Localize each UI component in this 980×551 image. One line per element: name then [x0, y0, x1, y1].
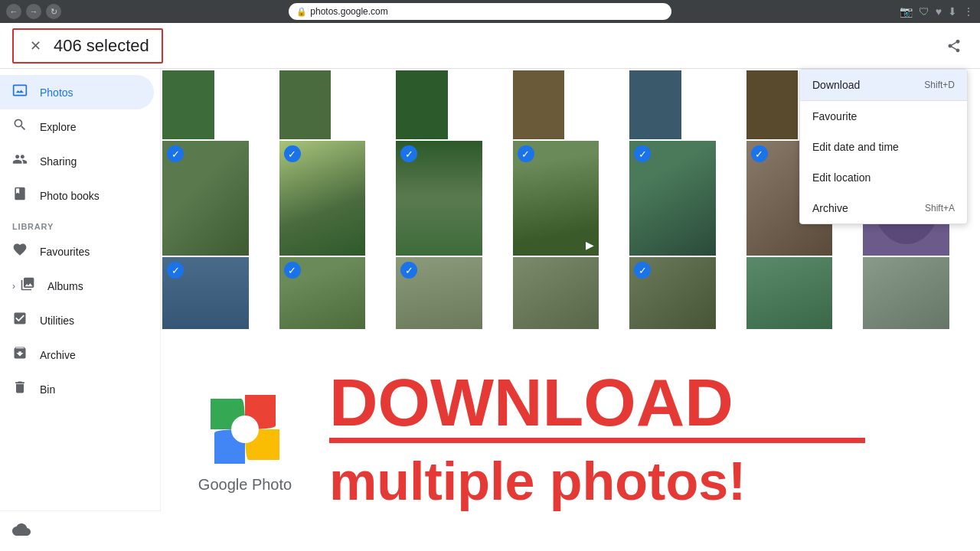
sidebar: Photos Explore Sharing Photo books: [0, 69, 161, 551]
table-row[interactable]: [162, 70, 214, 139]
forward-button[interactable]: →: [26, 4, 41, 19]
download-big-text: DOWNLOAD: [329, 364, 733, 440]
header-actions: Download Shift+D Favourite Edit date and…: [940, 32, 968, 60]
explore-icon: [12, 117, 28, 136]
table-row[interactable]: [629, 70, 681, 139]
subtitle-text: multiple photos!: [329, 452, 746, 511]
dropdown-edit-date[interactable]: Edit date and time: [800, 132, 967, 162]
url-text: photos.google.com: [310, 6, 387, 17]
sidebar-item-sharing[interactable]: Sharing: [0, 144, 154, 178]
dropdown-edit-location[interactable]: Edit location: [800, 162, 967, 193]
shield-icon: 🛡: [919, 5, 929, 18]
list-item[interactable]: ✓: [279, 141, 366, 256]
photos-label: Photos: [40, 86, 74, 99]
table-row[interactable]: [396, 70, 448, 139]
close-selection-button[interactable]: ✕: [26, 37, 44, 55]
archive-icon: [12, 345, 28, 364]
share-button[interactable]: [940, 32, 968, 60]
photo-check: ✓: [400, 145, 417, 162]
dropdown-download[interactable]: Download Shift+D: [800, 70, 967, 101]
utilities-label: Utilities: [40, 315, 74, 327]
photo-check: ✓: [284, 262, 301, 279]
library-section-label: LIBRARY: [0, 213, 160, 234]
sidebar-item-favourites[interactable]: Favourites: [0, 234, 154, 269]
cloud-icon: [12, 520, 31, 539]
edit-date-label: Edit date and time: [812, 141, 899, 153]
logo-area: Google Photo: [161, 380, 329, 501]
logo-text: Google Photo: [198, 476, 292, 494]
edit-location-label: Edit location: [812, 171, 871, 184]
browser-chrome: ← → ↻ 🔒 photos.google.com 📷 🛡 ♥ ⬇ ⋮: [0, 0, 980, 23]
photobooks-icon: [12, 186, 28, 205]
sharing-label: Sharing: [40, 155, 77, 168]
menu-icon: ⋮: [963, 5, 974, 18]
download-icon: ⬇: [948, 5, 957, 18]
list-item[interactable]: ✓: [162, 141, 249, 256]
explore-label: Explore: [40, 121, 76, 133]
sharing-icon: [12, 152, 28, 171]
favourite-label: Favourite: [812, 110, 857, 122]
browser-icons: 📷 🛡 ♥ ⬇ ⋮: [900, 5, 974, 18]
selected-count: 406 selected: [54, 36, 149, 56]
table-row[interactable]: [279, 70, 332, 139]
sidebar-item-archive[interactable]: Archive: [0, 337, 154, 372]
expand-icon: ›: [12, 281, 15, 292]
reload-button[interactable]: ↻: [46, 4, 61, 19]
overlay-banner: Google Photo DOWNLOAD multiple photos!: [161, 329, 980, 551]
sidebar-item-bin[interactable]: Bin: [0, 372, 154, 406]
download-label: Download: [812, 79, 860, 91]
svg-point-0: [231, 416, 259, 443]
video-icon: ▶: [586, 239, 594, 251]
sidebar-item-albums[interactable]: › Albums: [0, 269, 154, 303]
download-heading: DOWNLOAD: [329, 369, 972, 443]
albums-icon: [20, 276, 35, 295]
archive-label: Archive: [812, 202, 848, 214]
table-row[interactable]: [746, 70, 799, 139]
dropdown-archive[interactable]: Archive Shift+A: [800, 193, 967, 223]
bin-icon: [12, 380, 28, 399]
selection-indicator: ✕ 406 selected: [12, 28, 163, 64]
sidebar-bottom: [0, 510, 161, 551]
app-header: ✕ 406 selected Download Shift+D Favourit…: [0, 23, 980, 69]
photo-check: ✓: [518, 145, 534, 162]
sidebar-item-photobooks[interactable]: Photo books: [0, 178, 154, 213]
google-photos-logo: [203, 387, 287, 471]
sidebar-item-photos[interactable]: Photos: [0, 75, 154, 109]
photo-check: ✓: [167, 145, 184, 162]
utilities-icon: [12, 311, 28, 330]
archive-nav-label: Archive: [40, 349, 76, 361]
heart-icon: ♥: [936, 5, 942, 18]
dropdown-favourite[interactable]: Favourite: [800, 101, 967, 132]
dropdown-menu: Download Shift+D Favourite Edit date and…: [799, 69, 968, 224]
photo-check: ✓: [751, 145, 768, 162]
albums-label: Albums: [47, 280, 83, 292]
list-item[interactable]: ✓: [396, 141, 482, 256]
photo-check: ✓: [284, 145, 301, 162]
table-row[interactable]: [513, 70, 565, 139]
camera-icon: 📷: [900, 5, 913, 18]
list-item[interactable]: ✓ ▶: [513, 141, 599, 256]
download-shortcut: Shift+D: [924, 80, 955, 90]
photo-check: ✓: [167, 262, 184, 279]
favourites-label: Favourites: [40, 246, 90, 258]
favourites-icon: [12, 242, 28, 261]
photo-check: ✓: [400, 262, 417, 279]
list-item[interactable]: ✓: [629, 141, 716, 256]
photobooks-label: Photo books: [40, 190, 100, 202]
subtitle-area: multiple photos!: [329, 451, 972, 512]
download-text-area: DOWNLOAD multiple photos!: [329, 361, 980, 520]
bin-label: Bin: [40, 383, 55, 396]
sidebar-item-explore[interactable]: Explore: [0, 109, 154, 144]
url-bar[interactable]: 🔒 photos.google.com: [289, 3, 671, 20]
back-button[interactable]: ←: [6, 4, 21, 19]
archive-shortcut: Shift+A: [925, 203, 955, 214]
photos-icon: [12, 83, 28, 102]
sidebar-item-utilities[interactable]: Utilities: [0, 303, 154, 337]
